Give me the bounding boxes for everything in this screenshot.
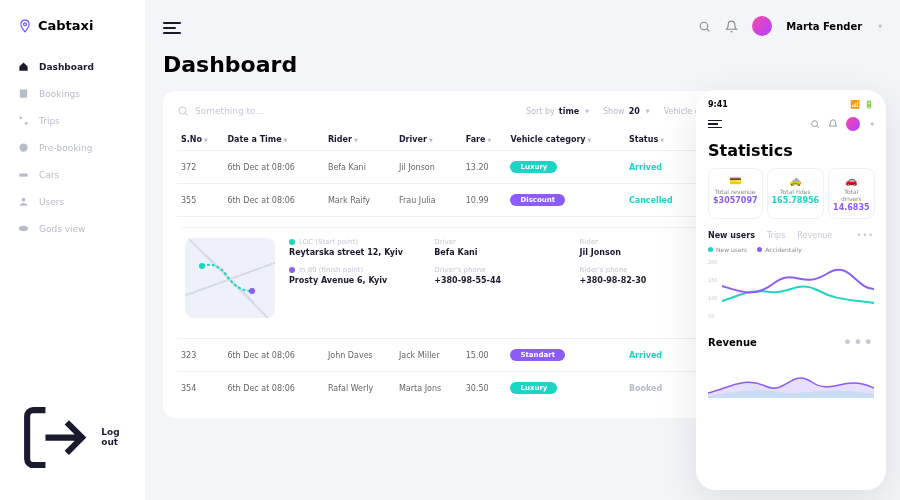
svg-point-11 xyxy=(249,288,255,294)
menu-toggle[interactable] xyxy=(163,19,181,33)
nav-label: Cars xyxy=(39,170,59,180)
line-chart: 20015010050 xyxy=(708,259,874,319)
area-chart xyxy=(708,358,874,398)
clock-icon xyxy=(18,142,29,153)
mobile-time: 9:41 xyxy=(708,100,728,109)
tab-trips[interactable]: Trips xyxy=(767,231,785,240)
sort-select[interactable]: Sort by time▼ xyxy=(526,107,589,116)
more-icon[interactable]: ••• xyxy=(857,231,874,240)
svg-point-0 xyxy=(24,22,27,25)
nav: Dashboard Bookings Trips Pre-booking Car… xyxy=(0,53,145,393)
search-input[interactable]: Something to... xyxy=(177,105,264,117)
chevron-down-icon[interactable]: ▼ xyxy=(878,23,882,29)
svg-point-2 xyxy=(19,116,22,119)
svg-rect-1 xyxy=(20,89,27,97)
user-icon xyxy=(18,196,29,207)
revenue-title: Revenue xyxy=(708,337,757,348)
brand-logo: Cabtaxi xyxy=(0,18,145,53)
svg-point-4 xyxy=(19,143,27,151)
bell-icon[interactable] xyxy=(725,20,738,33)
svg-point-9 xyxy=(179,107,186,114)
col-header[interactable]: Status▼ xyxy=(625,129,694,151)
nav-prebooking[interactable]: Pre-booking xyxy=(0,134,145,161)
legend-item: New users xyxy=(708,246,747,253)
topbar: Marta Fender ▼ xyxy=(163,0,882,52)
nav-trips[interactable]: Trips xyxy=(0,107,145,134)
stat-card[interactable]: 🚕Total rides165.78956 xyxy=(767,168,825,219)
chevron-down-icon[interactable]: ▼ xyxy=(870,121,874,127)
logout-button[interactable]: Log out xyxy=(0,393,145,482)
search-icon[interactable] xyxy=(810,119,820,129)
mobile-preview: 9:41 📶🔋 ▼ Statistics 💳Total revenue$3057… xyxy=(696,90,886,490)
col-header[interactable]: Driver▼ xyxy=(395,129,462,151)
search-placeholder: Something to... xyxy=(195,106,264,116)
col-header[interactable]: S.No▼ xyxy=(177,129,223,151)
more-icon[interactable]: ••• xyxy=(843,333,874,352)
nav-dashboard[interactable]: Dashboard xyxy=(0,53,145,80)
svg-point-8 xyxy=(700,22,708,30)
signal-icon: 📶 xyxy=(850,100,860,109)
col-header[interactable]: Rider▼ xyxy=(324,129,395,151)
svg-point-7 xyxy=(19,226,28,232)
stat-card[interactable]: 💳Total revenue$3057097 xyxy=(708,168,763,219)
nav-label: Pre-booking xyxy=(39,143,92,153)
svg-point-10 xyxy=(199,263,205,269)
stat-card[interactable]: 🚗Total drivers14.6835 xyxy=(828,168,874,219)
brand-name: Cabtaxi xyxy=(38,18,93,33)
col-header[interactable]: Date a Time▼ xyxy=(223,129,324,151)
mobile-menu-toggle[interactable] xyxy=(708,118,722,131)
route-icon xyxy=(18,115,29,126)
home-icon xyxy=(18,61,29,72)
tab-new-users[interactable]: New users xyxy=(708,231,755,240)
pin-icon xyxy=(18,19,32,33)
bell-icon[interactable] xyxy=(828,119,838,129)
car-icon xyxy=(18,169,29,180)
search-icon xyxy=(177,105,189,117)
map-thumbnail xyxy=(185,238,275,318)
username[interactable]: Marta Fender xyxy=(786,21,862,32)
show-select[interactable]: Show 20▼ xyxy=(603,107,650,116)
mobile-statusbar: 9:41 📶🔋 xyxy=(708,100,874,109)
search-icon[interactable] xyxy=(698,20,711,33)
nav-label: Dashboard xyxy=(39,62,94,72)
avatar[interactable] xyxy=(752,16,772,36)
svg-point-6 xyxy=(22,198,26,202)
nav-godsview[interactable]: Gods view xyxy=(0,215,145,242)
col-header[interactable]: Fare▼ xyxy=(462,129,507,151)
nav-label: Users xyxy=(39,197,64,207)
nav-label: Bookings xyxy=(39,89,80,99)
wifi-icon: 🔋 xyxy=(864,100,874,109)
tab-revenue[interactable]: Revenue xyxy=(797,231,832,240)
nav-cars[interactable]: Cars xyxy=(0,161,145,188)
col-header[interactable]: Vehicle category▼ xyxy=(506,129,624,151)
mobile-title: Statistics xyxy=(708,141,874,160)
logout-icon xyxy=(18,401,91,474)
book-icon xyxy=(18,88,29,99)
nav-bookings[interactable]: Bookings xyxy=(0,80,145,107)
legend-item: Accidentally xyxy=(757,246,801,253)
page-title: Dashboard xyxy=(163,52,882,77)
nav-label: Trips xyxy=(39,116,60,126)
svg-point-12 xyxy=(812,121,818,127)
eye-icon xyxy=(18,223,29,234)
svg-point-3 xyxy=(25,122,28,125)
nav-users[interactable]: Users xyxy=(0,188,145,215)
svg-rect-5 xyxy=(19,174,27,177)
logout-label: Log out xyxy=(101,427,127,447)
sidebar: Cabtaxi Dashboard Bookings Trips Pre-boo… xyxy=(0,0,145,500)
avatar[interactable] xyxy=(846,117,860,131)
nav-label: Gods view xyxy=(39,224,85,234)
